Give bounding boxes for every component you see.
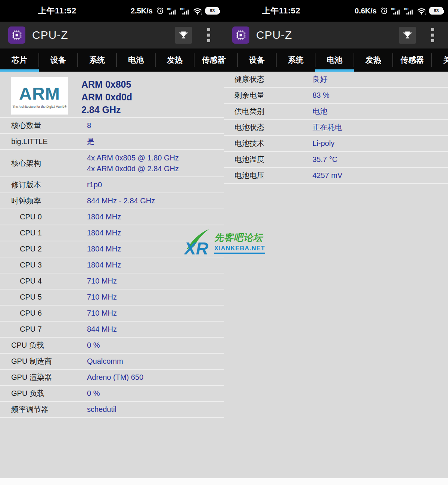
info-row: CPU 负载0 % xyxy=(0,338,224,354)
tab-芯片[interactable]: 芯片 xyxy=(224,48,237,72)
status-bar-right: 上午11:52 0.6K/s HD HD xyxy=(224,0,448,22)
row-value: 0 % xyxy=(87,340,100,351)
row-value: 83 % xyxy=(312,90,330,101)
row-label: 电池状态 xyxy=(224,122,312,132)
row-value: 正在耗电 xyxy=(312,122,342,133)
battery-panel: 健康状态良好剩余电量83 %供电类别电池电池状态正在耗电电池技术Li-poly电… xyxy=(224,72,448,478)
overflow-menu-button[interactable] xyxy=(207,28,210,42)
battery-nub xyxy=(219,10,220,13)
cpu-z-app-icon xyxy=(8,26,25,44)
row-label: CPU 3 xyxy=(0,261,87,269)
watermark-text: 先客吧论坛 XIANKEBA.NET xyxy=(214,231,265,254)
battery-percent: 83 xyxy=(434,8,439,13)
row-label: 时钟频率 xyxy=(0,196,87,206)
info-row: GPU 制造商Qualcomm xyxy=(0,354,224,370)
svg-text:HD: HD xyxy=(404,7,408,10)
svg-text:HD: HD xyxy=(391,7,395,10)
sim2-signal-icon: HD xyxy=(180,7,190,15)
xiankeba-logo-icon: XR xyxy=(184,228,212,257)
info-row: 修订版本r1p0 xyxy=(0,177,224,193)
tab-关于[interactable]: 关于 xyxy=(432,48,448,72)
row-label: 供电类别 xyxy=(224,106,312,116)
row-value: Li-poly xyxy=(312,138,335,149)
row-label: CPU 7 xyxy=(0,325,87,334)
info-row: 电池状态正在耗电 xyxy=(224,120,448,136)
info-row: 供电类别电池 xyxy=(224,104,448,120)
info-row: 电池技术Li-poly xyxy=(224,136,448,152)
soc-title-line3: 2.84 GHz xyxy=(81,103,132,116)
row-label: CPU 0 xyxy=(0,213,87,221)
battery-indicator: 83 xyxy=(205,7,219,15)
info-row: CPU 6710 MHz xyxy=(0,306,224,322)
info-row: CPU 7844 MHz xyxy=(0,322,224,338)
wifi-icon xyxy=(193,7,203,15)
row-value: 4x ARM 0x805 @ 1.80 GHz 4x ARM 0xd0d @ 2… xyxy=(87,153,179,174)
status-icons: 2.5K/s HD HD xyxy=(131,7,219,15)
row-value: 710 MHz xyxy=(87,276,117,287)
tab-系统[interactable]: 系统 xyxy=(78,48,116,72)
row-label: GPU 渲染器 xyxy=(0,372,87,382)
info-row: 时钟频率844 MHz - 2.84 GHz xyxy=(0,193,224,209)
info-row: GPU 渲染器Adreno (TM) 650 xyxy=(0,370,224,386)
tab-设备[interactable]: 设备 xyxy=(237,48,276,72)
battery-percent: 83 xyxy=(210,8,215,13)
row-value: Adreno (TM) 650 xyxy=(87,372,143,383)
tab-传感器[interactable]: 传感器 xyxy=(393,48,432,72)
info-row: 健康状态良好 xyxy=(224,72,448,88)
row-value: 0 % xyxy=(87,388,100,399)
tab-电池[interactable]: 电池 xyxy=(315,48,354,72)
tab-电池[interactable]: 电池 xyxy=(116,48,155,72)
svg-text:HD: HD xyxy=(180,7,184,10)
row-label: 核心数量 xyxy=(0,121,87,131)
info-row: CPU 4710 MHz xyxy=(0,273,224,290)
sim2-signal-icon: HD xyxy=(404,7,414,15)
watermark-site-url: XIANKEBA.NET xyxy=(214,245,265,254)
cpu-z-dual-screenshot: 上午11:52 2.5K/s HD HD xyxy=(0,0,448,485)
row-value: schedutil xyxy=(87,404,116,415)
row-label: CPU 2 xyxy=(0,245,87,253)
info-row: 核心架构4x ARM 0x805 @ 1.80 GHz 4x ARM 0xd0d… xyxy=(0,150,224,177)
alarm-clock-icon xyxy=(380,7,388,15)
row-value: 844 MHz - 2.84 GHz xyxy=(87,195,155,206)
sim1-signal-icon: HD xyxy=(391,7,401,15)
info-row: 电池温度35.7 °C xyxy=(224,152,448,168)
app-bar-right: CPU-Z xyxy=(224,22,448,48)
row-label: 健康状态 xyxy=(224,74,312,84)
tab-bars: 芯片设备系统电池发热传感器 芯片设备系统电池发热传感器关于 xyxy=(0,48,448,72)
row-label: GPU 制造商 xyxy=(0,356,87,366)
tab-系统[interactable]: 系统 xyxy=(276,48,315,72)
network-speed: 2.5K/s xyxy=(131,7,153,15)
tab-芯片[interactable]: 芯片 xyxy=(0,48,39,72)
benchmark-trophy-button[interactable] xyxy=(399,27,416,44)
tab-设备[interactable]: 设备 xyxy=(39,48,78,72)
row-label: 核心架构 xyxy=(0,158,87,168)
overflow-menu-button[interactable] xyxy=(431,28,434,42)
row-value: 35.7 °C xyxy=(312,154,337,165)
arm-logo-word: ARM xyxy=(19,85,60,103)
tab-传感器[interactable]: 传感器 xyxy=(194,48,224,72)
row-label: big.LITTLE xyxy=(0,137,87,146)
row-label: 修订版本 xyxy=(0,180,87,190)
row-value: 1804 MHz xyxy=(87,244,121,254)
tab-发热[interactable]: 发热 xyxy=(354,48,393,72)
info-row: 剩余电量83 % xyxy=(224,88,448,104)
tab-发热[interactable]: 发热 xyxy=(155,48,194,72)
row-value: Qualcomm xyxy=(87,356,123,367)
bottom-strip xyxy=(0,478,448,485)
benchmark-trophy-button[interactable] xyxy=(175,27,192,44)
info-row: 频率调节器schedutil xyxy=(0,402,224,418)
row-value: 1804 MHz xyxy=(87,228,121,238)
row-value: 710 MHz xyxy=(87,292,117,303)
soc-title-line1: ARM 0x805 xyxy=(81,78,132,91)
row-label: 电池电压 xyxy=(224,170,312,181)
app-title: CPU-Z xyxy=(256,29,292,41)
row-label: CPU 6 xyxy=(0,309,87,317)
row-value: 4257 mV xyxy=(312,170,342,181)
row-value: 良好 xyxy=(312,74,327,85)
soc-header: ARM The Architecture for the Digital Wor… xyxy=(0,72,224,117)
cpu-z-app-icon xyxy=(232,26,249,44)
row-value: 844 MHz xyxy=(87,324,117,335)
row-label: 电池温度 xyxy=(224,154,312,165)
info-row: 核心数量8 xyxy=(0,118,224,134)
row-label: CPU 5 xyxy=(0,293,87,301)
